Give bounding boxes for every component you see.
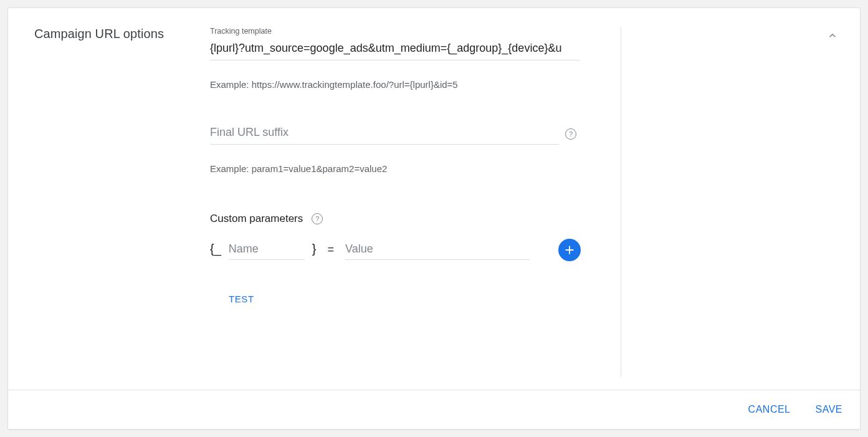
custom-parameter-row: {_ } = [210, 239, 596, 260]
form-column: Tracking template Example: https://www.t… [210, 27, 621, 377]
footer-actions: CANCEL SAVE [8, 390, 860, 429]
brace-open: {_ [210, 242, 221, 260]
help-icon[interactable]: ? [565, 128, 576, 140]
final-url-suffix-example: Example: param1=value1&param2=value2 [210, 162, 596, 175]
campaign-url-options-card: Campaign URL options Tracking template E… [7, 7, 861, 430]
save-button[interactable]: SAVE [816, 404, 843, 415]
section-title-column: Campaign URL options [34, 27, 210, 377]
card-body: Campaign URL options Tracking template E… [8, 8, 860, 390]
test-row: TEST [210, 294, 596, 304]
collapse-button[interactable] [826, 29, 839, 44]
equals-sign: = [328, 243, 335, 260]
final-url-suffix-input[interactable] [210, 122, 559, 145]
add-parameter-button[interactable] [558, 239, 581, 261]
tracking-template-label: Tracking template [210, 27, 596, 36]
tracking-template-example: Example: https://www.trackingtemplate.fo… [210, 78, 596, 91]
tracking-template-input[interactable] [210, 38, 580, 60]
right-column [621, 27, 841, 377]
chevron-up-icon [826, 29, 839, 42]
brace-close: } [312, 242, 317, 260]
test-button[interactable]: TEST [229, 294, 254, 304]
final-url-suffix-row: ? [210, 122, 596, 145]
custom-parameters-title-row: Custom parameters ? [210, 213, 596, 225]
help-icon[interactable]: ? [312, 213, 323, 224]
custom-parameters-title: Custom parameters [210, 213, 303, 225]
cancel-button[interactable]: CANCEL [748, 404, 791, 415]
param-value-input[interactable] [345, 240, 530, 260]
custom-parameters-block: Custom parameters ? {_ } = TEST [210, 213, 596, 304]
tracking-template-block: Tracking template Example: https://www.t… [210, 27, 596, 91]
param-name-input[interactable] [229, 240, 305, 260]
section-title: Campaign URL options [34, 27, 210, 41]
plus-icon [563, 243, 576, 257]
